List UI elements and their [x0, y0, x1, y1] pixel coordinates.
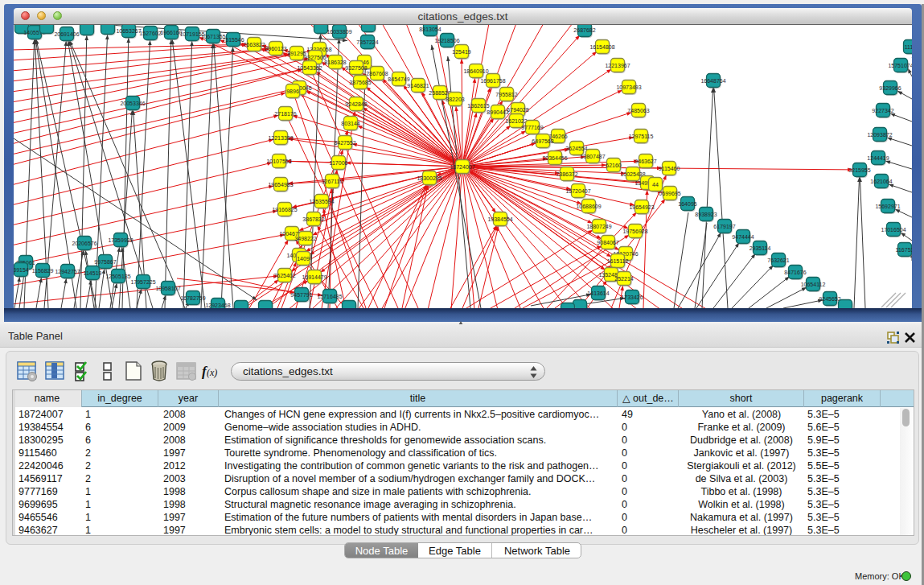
svg-text:20364456: 20364456 — [542, 155, 567, 161]
svg-text:3215955: 3215955 — [848, 167, 870, 173]
svg-text:882203: 882203 — [446, 97, 464, 102]
svg-text:8960123: 8960123 — [265, 46, 286, 51]
svg-text:1244419: 1244419 — [867, 155, 889, 161]
svg-text:6794028: 6794028 — [507, 107, 528, 113]
svg-text:12975115: 12975115 — [629, 134, 654, 139]
svg-text:7955812: 7955812 — [495, 92, 517, 97]
svg-text:8813054: 8813054 — [419, 27, 441, 32]
svg-text:8471676: 8471676 — [784, 270, 806, 275]
svg-text:10107553: 10107553 — [266, 159, 291, 164]
svg-text:44: 44 — [652, 182, 659, 187]
svg-text:7357224: 7357224 — [356, 39, 378, 45]
svg-text:9474444: 9474444 — [732, 234, 754, 240]
svg-text:1527602: 1527602 — [139, 31, 161, 36]
svg-text:7632621: 7632621 — [767, 257, 789, 263]
svg-text:16782759: 16782759 — [180, 295, 205, 301]
svg-text:15751074: 15751074 — [888, 63, 912, 68]
svg-text:18807249: 18807249 — [586, 224, 611, 229]
svg-text:16961758: 16961758 — [480, 78, 505, 84]
svg-text:7485063: 7485063 — [627, 108, 649, 113]
svg-text:7625402: 7625402 — [273, 273, 295, 278]
svg-text:9457791: 9457791 — [290, 292, 312, 298]
svg-text:164095: 164095 — [678, 201, 696, 207]
svg-text:8938923: 8938923 — [695, 212, 717, 217]
svg-text:15692971: 15692971 — [875, 204, 900, 209]
svg-text:2867608: 2867608 — [366, 71, 388, 76]
svg-text:12213967: 12213967 — [605, 63, 630, 68]
svg-text:17957225: 17957225 — [130, 279, 155, 285]
svg-text:1362615: 1362615 — [467, 103, 489, 109]
svg-text:8427552: 8427552 — [334, 140, 355, 146]
svg-text:1733426: 1733426 — [621, 295, 643, 300]
svg-text:6179197: 6179197 — [713, 224, 735, 229]
svg-text:7386372: 7386372 — [556, 171, 577, 177]
svg-text:18640910: 18640910 — [463, 68, 488, 74]
svg-text:252214: 252214 — [614, 276, 633, 282]
svg-text:15716485: 15716485 — [317, 294, 342, 299]
svg-text:114519: 114519 — [84, 270, 102, 276]
svg-text:8990443: 8990443 — [487, 109, 508, 115]
svg-text:19654923: 19654923 — [629, 204, 654, 210]
svg-text:16154808: 16154808 — [589, 44, 614, 50]
svg-text:39154: 39154 — [14, 267, 29, 273]
svg-text:2687682: 2687682 — [573, 27, 595, 33]
svg-text:17016504: 17016504 — [881, 227, 906, 233]
svg-text:9115460: 9115460 — [659, 166, 680, 171]
svg-text:13535594: 13535594 — [309, 199, 334, 204]
svg-text:803144: 803144 — [341, 121, 359, 126]
svg-text:891295: 891295 — [287, 51, 306, 56]
svg-text:1156829: 1156829 — [32, 268, 54, 274]
svg-text:7515546: 7515546 — [222, 37, 244, 43]
svg-text:20206576: 20206576 — [72, 241, 97, 246]
svg-text:17359928: 17359928 — [108, 237, 133, 243]
svg-text:3498222: 3498222 — [294, 236, 316, 241]
svg-text:12942757: 12942757 — [55, 269, 80, 274]
svg-text:3875685: 3875685 — [349, 80, 371, 85]
svg-text:1413614: 1413614 — [587, 290, 609, 296]
svg-text:2935114: 2935114 — [749, 245, 771, 251]
svg-text:0699695: 0699695 — [659, 191, 680, 196]
svg-text:9084067: 9084067 — [597, 240, 618, 245]
svg-text:1112: 1112 — [905, 44, 912, 50]
svg-text:16914479: 16914479 — [302, 274, 326, 280]
svg-text:62160: 62160 — [606, 163, 622, 168]
svg-text:9146821: 9146821 — [407, 83, 429, 89]
svg-text:19218506: 19218506 — [434, 38, 459, 43]
svg-text:2718176: 2718176 — [274, 111, 296, 117]
svg-text:10973493: 10973493 — [616, 84, 641, 90]
svg-text:9327506: 9327506 — [304, 55, 326, 60]
svg-text:19166825: 19166825 — [272, 207, 297, 212]
svg-text:10025438: 10025438 — [620, 171, 645, 177]
svg-text:9777169: 9777169 — [521, 125, 543, 130]
svg-text:19756928: 19756928 — [622, 229, 647, 234]
svg-text:10688609: 10688609 — [576, 204, 601, 209]
svg-text:12093872: 12093872 — [867, 132, 892, 138]
svg-text:10653267: 10653267 — [116, 28, 141, 34]
svg-text:10654112: 10654112 — [801, 282, 826, 287]
svg-text:8454749: 8454749 — [388, 76, 409, 82]
svg-text:9242848: 9242848 — [345, 101, 367, 107]
svg-text:3267110: 3267110 — [322, 179, 343, 184]
svg-text:18724007: 18724007 — [450, 164, 474, 170]
svg-text:19384554: 19384554 — [487, 216, 512, 222]
svg-text:117006: 117006 — [330, 160, 348, 166]
svg-text:9327508: 9327508 — [345, 65, 367, 71]
svg-text:6497568: 6497568 — [532, 138, 553, 144]
svg-text:(x): (x) — [207, 367, 217, 378]
svg-text:16648764: 16648764 — [700, 78, 725, 84]
svg-text:9227342: 9227342 — [872, 108, 893, 113]
svg-text:9975867: 9975867 — [94, 259, 116, 265]
svg-text:12213389: 12213389 — [268, 135, 293, 141]
svg-text:10543362: 10543362 — [297, 65, 322, 71]
svg-text:16033809: 16033809 — [326, 29, 351, 35]
svg-text:10807487: 10807487 — [580, 154, 605, 159]
svg-text:15720407: 15720407 — [565, 188, 590, 194]
svg-text:10958107: 10958107 — [155, 286, 180, 291]
svg-text:2588520: 2588520 — [429, 90, 450, 96]
svg-text:1409: 1409 — [297, 256, 310, 262]
svg-text:9245652: 9245652 — [819, 296, 840, 302]
svg-text:12923468: 12923468 — [205, 303, 230, 308]
svg-text:3624554: 3624554 — [565, 146, 587, 151]
svg-text:9329966: 9329966 — [879, 85, 901, 91]
svg-text:19654983: 19654983 — [268, 182, 293, 187]
